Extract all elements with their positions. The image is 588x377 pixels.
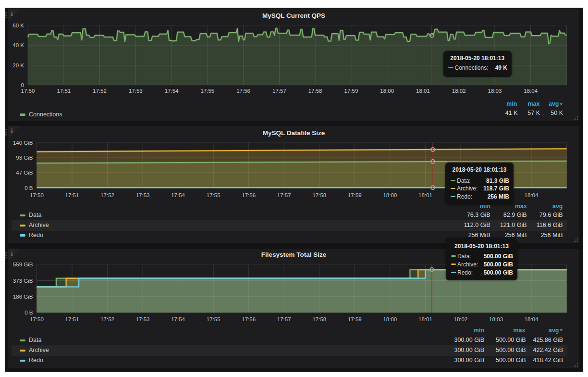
svg-text:18:00: 18:00 [383,316,397,322]
svg-text:18:03: 18:03 [489,316,503,322]
svg-text:17:58: 17:58 [312,192,326,198]
svg-text:20 K: 20 K [12,63,24,68]
svg-text:17:51: 17:51 [65,192,79,198]
svg-text:17:54: 17:54 [171,316,185,322]
svg-text:18:00: 18:00 [383,192,397,198]
svg-text:18:02: 18:02 [454,316,468,322]
svg-text:18:03: 18:03 [488,88,502,94]
svg-text:17:53: 17:53 [136,192,150,198]
svg-text:186 GiB: 186 GiB [13,294,33,300]
svg-text:17:56: 17:56 [236,88,250,94]
svg-text:17:58: 17:58 [312,316,326,322]
svg-text:17:50: 17:50 [30,192,44,198]
svg-text:18:04: 18:04 [525,316,539,322]
svg-text:17:56: 17:56 [242,316,256,322]
svg-text:18:01: 18:01 [416,88,430,94]
svg-text:17:56: 17:56 [242,192,256,198]
svg-text:18:01: 18:01 [418,316,432,322]
svg-text:17:52: 17:52 [100,192,114,198]
svg-text:18:04: 18:04 [524,88,538,94]
svg-text:MySQL Current QPS: MySQL Current QPS [262,12,325,19]
svg-text:47 GiB: 47 GiB [16,170,33,176]
svg-text:40 K: 40 K [12,42,24,48]
svg-text:17:59: 17:59 [348,192,362,198]
svg-text:373 GiB: 373 GiB [13,278,33,284]
svg-text:17:51: 17:51 [65,316,79,322]
svg-text:93 GiB: 93 GiB [16,155,33,161]
svg-text:140 GiB: 140 GiB [13,140,33,146]
svg-text:17:57: 17:57 [277,316,291,322]
svg-text:17:57: 17:57 [272,88,286,94]
svg-text:17:51: 17:51 [57,88,71,94]
svg-text:17:52: 17:52 [93,88,107,94]
svg-text:17:50: 17:50 [21,88,35,94]
svg-text:18:01: 18:01 [418,192,432,198]
svg-text:17:52: 17:52 [100,316,114,322]
svg-text:17:55: 17:55 [200,88,214,94]
svg-text:17:54: 17:54 [171,192,185,198]
svg-text:0 B: 0 B [24,185,33,191]
svg-text:17:58: 17:58 [308,88,322,94]
svg-text:0 B: 0 B [24,310,33,315]
svg-text:0: 0 [21,82,24,88]
svg-text:17:53: 17:53 [129,88,143,94]
svg-text:17:50: 17:50 [30,316,44,322]
svg-text:Filesystem Total Size: Filesystem Total Size [261,251,327,258]
svg-text:17:57: 17:57 [277,192,291,198]
svg-text:MySQL Datafile Size: MySQL Datafile Size [263,129,325,137]
svg-text:559 GiB: 559 GiB [13,262,33,267]
svg-text:17:55: 17:55 [207,192,220,198]
svg-text:17:59: 17:59 [348,316,362,322]
svg-text:18:02: 18:02 [452,88,466,94]
svg-text:17:54: 17:54 [165,88,179,94]
svg-text:17:55: 17:55 [207,316,220,322]
svg-text:17:53: 17:53 [136,316,150,322]
svg-text:60 K: 60 K [12,23,24,28]
svg-text:18:00: 18:00 [380,88,394,94]
svg-text:17:59: 17:59 [344,88,358,94]
svg-text:18:04: 18:04 [525,192,539,198]
